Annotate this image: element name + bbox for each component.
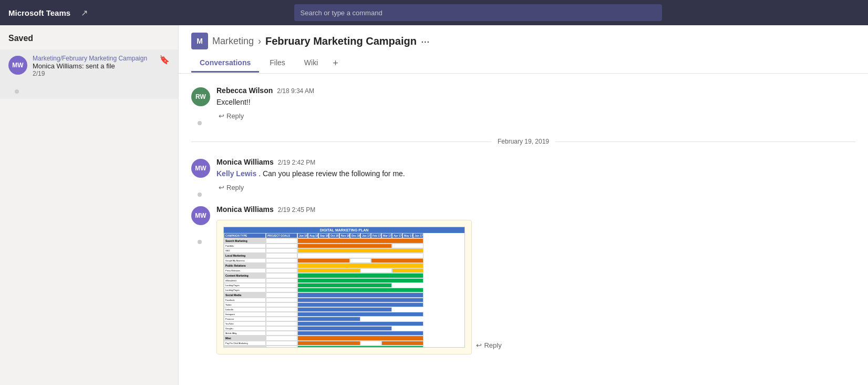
channel-header: M Marketing › February Marketing Campaig… [179,25,868,74]
channel-avatar: M [191,33,208,49]
app-title: Microsoft Teams [8,8,70,17]
message-header: Rebecca Wilson 2/18 9:34 AM [216,86,855,95]
message-body-3: Monica Williams 2/19 2:45 PM DIGITAL MAR… [216,205,855,354]
tab-wiki[interactable]: Wiki [296,54,326,73]
sidebar-item-date: 2/19 [33,70,170,77]
messages-area: RW Rebecca Wilson 2/18 9:34 AM Excellent… [179,74,868,385]
reply-label: Reply [226,184,244,191]
message-time: 2/19 2:42 PM [278,159,315,166]
message-block-3: MW Monica Williams 2/19 2:45 PM DIGITAL … [179,201,868,359]
avatar-initials: RW [195,93,206,100]
channel-tabs: Conversations Files Wiki + [191,54,855,73]
avatar: MW [8,56,27,75]
avatar-wrapper: RW [191,86,210,125]
avatar-mw-2: MW [191,206,210,225]
avatar-initials: MW [12,62,23,69]
date-divider-text: February 19, 2019 [491,138,555,145]
message-body: Rebecca Wilson 2/18 9:34 AM Excellent!! … [216,86,855,121]
message-time: 2/19 2:45 PM [278,206,315,214]
external-link-icon[interactable]: ↗ [81,8,88,18]
date-divider: February 19, 2019 [191,131,855,151]
mention: Kelly Lewis [216,169,256,178]
reply-button-3[interactable]: ↩ Reply [474,340,503,350]
message-time: 2/18 9:34 AM [277,87,314,95]
sheet-title: DIGITAL MARKETING PLAN [224,227,464,233]
sidebar-item-preview: Monica Williams: sent a file [33,62,170,70]
reply-button[interactable]: ↩ Reply [216,111,246,121]
message-block: RW Rebecca Wilson 2/18 9:34 AM Excellent… [179,82,868,129]
channel-breadcrumb: M Marketing › February Marketing Campaig… [191,33,855,49]
status-dot [198,192,202,197]
channel-name: February Marketing Campaign [265,35,417,47]
avatar-rw: RW [191,87,210,106]
tab-files[interactable]: Files [261,54,294,73]
channel-parent: Marketing [212,36,254,47]
avatar-wrapper: MW [8,55,27,94]
avatar-mw: MW [191,159,210,178]
reply-button-2[interactable]: ↩ Reply [216,183,246,192]
avatar-wrapper: MW [191,205,210,244]
file-attachment[interactable]: DIGITAL MARKETING PLAN CAMPAIGN TYPE PRO… [216,220,472,354]
channel-more-button[interactable]: ··· [421,35,430,47]
avatar-wrapper: MW [191,158,210,197]
message-author: Monica Williams [216,205,274,214]
message-header-2: Monica Williams 2/19 2:42 PM [216,158,855,166]
sidebar-item-channel: Marketing/February Marketing Campaign [33,55,170,62]
tab-add-button[interactable]: + [328,54,343,73]
message-text: Excellent!! [216,97,855,108]
sidebar-title: Saved [0,34,178,49]
status-dot [198,240,202,244]
reply-arrow-icon: ↩ [219,112,224,120]
sidebar: Saved MW Marketing/February Marketing Ca… [0,25,179,385]
message-author: Rebecca Wilson [216,86,273,95]
breadcrumb-chevron: › [258,36,261,47]
sidebar-item-content: Marketing/February Marketing Campaign Mo… [33,55,170,77]
topbar: Microsoft Teams ↗ Search or type a comma… [0,0,868,25]
main-content: M Marketing › February Marketing Campaig… [179,25,868,385]
message-author: Monica Williams [216,158,274,166]
message-text-post: . Can you please review the following fo… [259,169,405,178]
sidebar-item[interactable]: MW Marketing/February Marketing Campaign… [0,49,178,99]
reply-label: Reply [484,341,501,349]
reply-arrow-icon: ↩ [219,184,224,191]
avatar-initials: MW [195,212,206,219]
status-dot [198,121,202,125]
status-dot [15,89,19,94]
tab-conversations[interactable]: Conversations [191,54,259,73]
bookmark-icon: 🔖 [159,55,170,65]
reply-arrow-icon: ↩ [476,341,482,349]
main-layout: Saved MW Marketing/February Marketing Ca… [0,25,868,385]
avatar-initials: MW [195,165,206,172]
message-text-2: Kelly Lewis . Can you please review the … [216,168,855,179]
message-body-2: Monica Williams 2/19 2:42 PM Kelly Lewis… [216,158,855,192]
search-bar[interactable]: Search or type a command [294,4,662,21]
search-placeholder: Search or type a command [301,9,383,17]
spreadsheet-thumbnail: DIGITAL MARKETING PLAN CAMPAIGN TYPE PRO… [223,227,465,348]
message-block-2: MW Monica Williams 2/19 2:42 PM Kelly Le… [179,154,868,201]
reply-label: Reply [226,112,244,120]
message-header-3: Monica Williams 2/19 2:45 PM [216,205,855,214]
